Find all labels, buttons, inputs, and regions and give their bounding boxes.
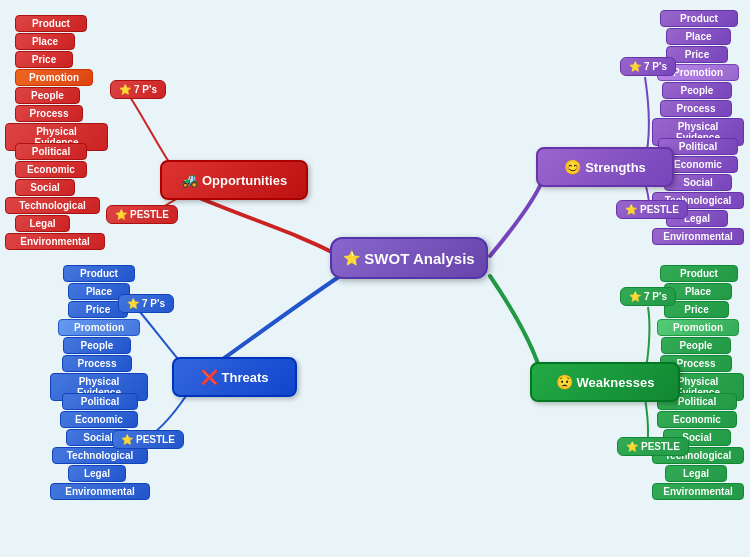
wk-label: Weaknesses — [577, 375, 655, 390]
wk-item-people[interactable]: People — [661, 337, 731, 354]
opp-item-product[interactable]: Product — [15, 15, 87, 32]
opp-item-process[interactable]: Process — [15, 105, 83, 122]
str-item-place[interactable]: Place — [666, 28, 731, 45]
center-node[interactable]: ⭐ SWOT Analysis — [330, 237, 488, 279]
wk-item-product[interactable]: Product — [660, 265, 738, 282]
opp-item-legal[interactable]: Legal — [15, 215, 70, 232]
thr-pestle-badge[interactable]: ⭐ PESTLE — [112, 430, 184, 449]
thr-7p-badge[interactable]: ⭐ 7 P's — [118, 294, 174, 313]
str-label: Strengths — [585, 160, 646, 175]
thr-label: Threats — [222, 370, 269, 385]
wk-item-promotion[interactable]: Promotion — [657, 319, 739, 336]
str-item-social[interactable]: Social — [664, 174, 732, 191]
opp-7p-label: 7 P's — [134, 84, 157, 95]
opp-item-promotion[interactable]: Promotion — [15, 69, 93, 86]
str-7p-label: 7 P's — [644, 61, 667, 72]
wk-item-legal[interactable]: Legal — [665, 465, 727, 482]
wk-item-economic[interactable]: Economic — [657, 411, 737, 428]
opp-7p-badge[interactable]: ⭐ 7 P's — [110, 80, 166, 99]
strengths-node[interactable]: 😊 Strengths — [536, 147, 674, 187]
opp-7p-icon: ⭐ — [119, 84, 131, 95]
thr-item-economic[interactable]: Economic — [60, 411, 138, 428]
opp-pestle-badge[interactable]: ⭐ PESTLE — [106, 205, 178, 224]
wk-pestle-label: PESTLE — [641, 441, 680, 452]
wk-7p-badge[interactable]: ⭐ 7 P's — [620, 287, 676, 306]
threats-node[interactable]: ❌ Threats — [172, 357, 297, 397]
opp-pestle-icon: ⭐ — [115, 209, 127, 220]
wk-item-environmental[interactable]: Environmental — [652, 483, 744, 500]
thr-item-legal[interactable]: Legal — [68, 465, 126, 482]
str-item-people[interactable]: People — [662, 82, 732, 99]
wk-7p-icon: ⭐ — [629, 291, 641, 302]
opp-item-political[interactable]: Political — [15, 143, 87, 160]
center-icon: ⭐ — [343, 250, 360, 266]
thr-pestle-label: PESTLE — [136, 434, 175, 445]
opp-item-price[interactable]: Price — [15, 51, 73, 68]
thr-item-technological[interactable]: Technological — [52, 447, 148, 464]
opp-item-economic[interactable]: Economic — [15, 161, 87, 178]
opp-item-technological[interactable]: Technological — [5, 197, 100, 214]
center-label: SWOT Analysis — [364, 250, 474, 267]
thr-7p-icon: ⭐ — [127, 298, 139, 309]
opportunities-node[interactable]: 🚜 Opportunities — [160, 160, 308, 200]
str-item-product[interactable]: Product — [660, 10, 738, 27]
thr-item-promotion[interactable]: Promotion — [58, 319, 140, 336]
thr-item-process[interactable]: Process — [62, 355, 132, 372]
thr-item-environmental[interactable]: Environmental — [50, 483, 150, 500]
thr-icon: ❌ — [201, 369, 218, 385]
thr-7p-label: 7 P's — [142, 298, 165, 309]
str-7p-icon: ⭐ — [629, 61, 641, 72]
opp-pestle-label: PESTLE — [130, 209, 169, 220]
wk-7p-label: 7 P's — [644, 291, 667, 302]
opp-item-environmental[interactable]: Environmental — [5, 233, 105, 250]
opp-label: Opportunities — [202, 173, 287, 188]
str-pestle-icon: ⭐ — [625, 204, 637, 215]
thr-item-political[interactable]: Political — [62, 393, 138, 410]
str-icon: 😊 — [564, 159, 581, 175]
opp-item-people[interactable]: People — [15, 87, 80, 104]
weaknesses-node[interactable]: 😟 Weaknesses — [530, 362, 680, 402]
wk-icon: 😟 — [556, 374, 573, 390]
wk-pestle-icon: ⭐ — [626, 441, 638, 452]
thr-item-people[interactable]: People — [63, 337, 131, 354]
thr-item-product[interactable]: Product — [63, 265, 135, 282]
opp-item-social[interactable]: Social — [15, 179, 75, 196]
str-item-process[interactable]: Process — [660, 100, 732, 117]
thr-pestle-icon: ⭐ — [121, 434, 133, 445]
wk-pestle-badge[interactable]: ⭐ PESTLE — [617, 437, 689, 456]
str-item-environmental[interactable]: Environmental — [652, 228, 744, 245]
str-pestle-badge[interactable]: ⭐ PESTLE — [616, 200, 688, 219]
opp-item-place[interactable]: Place — [15, 33, 75, 50]
str-7p-badge[interactable]: ⭐ 7 P's — [620, 57, 676, 76]
str-pestle-label: PESTLE — [640, 204, 679, 215]
opp-icon: 🚜 — [181, 172, 198, 188]
